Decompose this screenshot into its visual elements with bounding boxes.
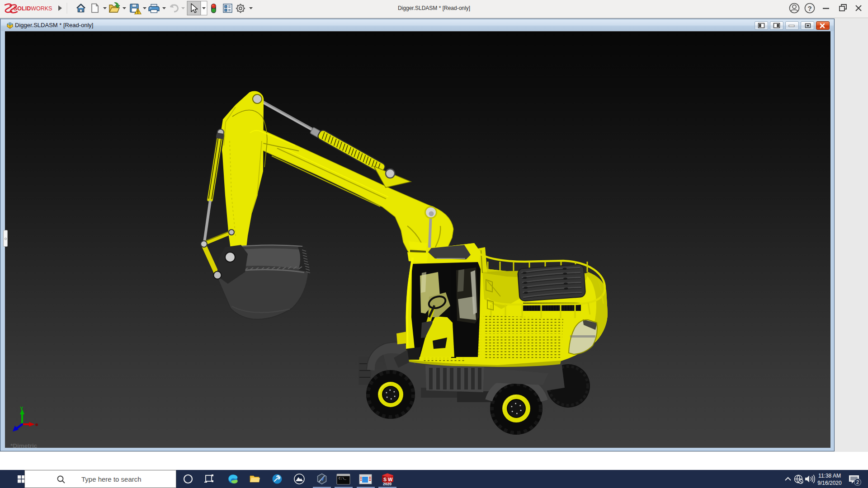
- svg-text:SOLIDWORKS: SOLIDWORKS: [14, 5, 52, 12]
- svg-text:9/16/2020: 9/16/2020: [817, 480, 842, 486]
- svg-text:*Dimetric: *Dimetric: [10, 442, 38, 448]
- svg-text:2: 2: [856, 479, 859, 485]
- svg-text:11:38 AM: 11:38 AM: [818, 473, 841, 479]
- svg-text:?: ?: [807, 5, 811, 12]
- svg-text:2020: 2020: [383, 482, 392, 486]
- svg-text:Y: Y: [20, 406, 24, 411]
- svg-text:C:\_: C:\_: [339, 477, 347, 480]
